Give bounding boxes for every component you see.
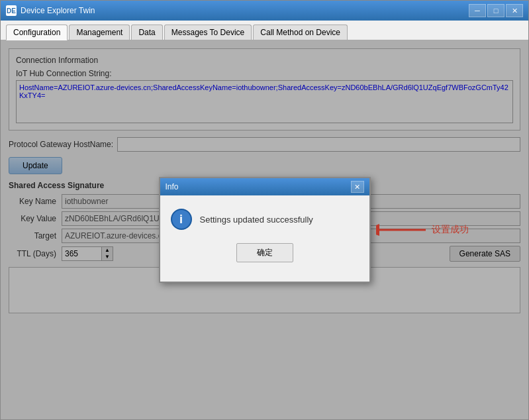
tab-management[interactable]: Management [69,25,130,40]
modal-title: Info [166,182,351,191]
tab-data[interactable]: Data [131,25,162,40]
maximize-button[interactable]: □ [487,4,505,17]
modal-body: i Settings updated successfully 确定 [160,195,369,282]
content-area: Connection Information IoT Hub Connectio… [1,40,528,419]
annotation-container: 设置成功 [376,220,469,240]
app-icon: DE [6,5,17,16]
tab-bar: Configuration Management Data Messages T… [1,21,528,40]
minimize-button[interactable]: ─ [469,4,486,17]
tab-call-method-on-device[interactable]: Call Method on Device [253,25,348,40]
chinese-annotation: 设置成功 [432,224,469,236]
modal-close-button[interactable]: ✕ [351,181,364,193]
info-icon: i [171,209,192,230]
window-controls: ─ □ ✕ [469,4,523,17]
modal-message: Settings updated successfully [200,215,313,225]
window-title: Device Explorer Twin [21,6,469,15]
close-button[interactable]: ✕ [506,4,523,17]
tab-messages-to-device[interactable]: Messages To Device [164,25,252,40]
modal-dialog: Info ✕ i Settings updated successfully 确… [159,177,371,283]
modal-message-row: i Settings updated successfully [171,209,359,230]
title-bar: DE Device Explorer Twin ─ □ ✕ [1,1,528,21]
arrow-icon [376,220,429,240]
modal-overlay: Info ✕ i Settings updated successfully 确… [1,40,528,419]
main-window: DE Device Explorer Twin ─ □ ✕ Configurat… [0,0,529,420]
tab-configuration[interactable]: Configuration [6,25,68,40]
modal-title-bar: Info ✕ [160,178,369,195]
modal-ok-button[interactable]: 确定 [236,243,293,262]
